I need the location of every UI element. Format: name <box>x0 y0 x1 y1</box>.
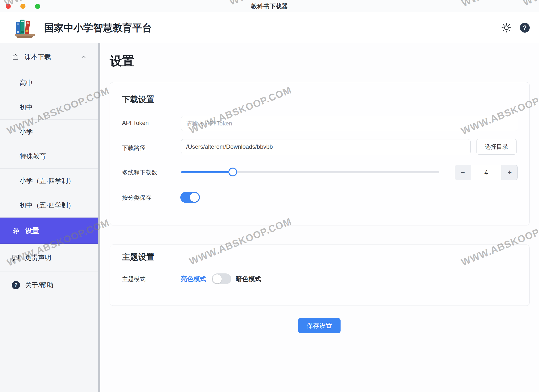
sidebar-subitems: 高中初中小学特殊教育小学（五·四学制）初中（五·四学制） <box>0 71 98 218</box>
save-by-category-toggle[interactable] <box>180 192 200 203</box>
download-path-label: 下载路径 <box>122 144 146 152</box>
page-title: 设置 <box>110 53 134 69</box>
sidebar-item-settings[interactable]: 设置 <box>0 218 98 244</box>
sidebar-subitem-3[interactable]: 特殊教育 <box>0 144 98 169</box>
threads-slider-thumb[interactable] <box>228 168 237 176</box>
sidebar-about-label: 关于/帮助 <box>25 281 53 290</box>
threads-slider-fill <box>181 171 233 173</box>
sidebar-subitem-5[interactable]: 初中（五·四学制） <box>0 193 98 218</box>
sidebar-item-about[interactable]: ? 关于/帮助 <box>0 271 98 299</box>
sidebar-group-textbook-download[interactable]: 课本下载 <box>0 43 98 71</box>
books-logo-icon <box>15 18 37 38</box>
api-token-input[interactable] <box>181 116 517 131</box>
api-token-label: API Token <box>122 120 149 126</box>
app-header: 国家中小学智慧教育平台 ? <box>0 12 539 43</box>
question-circle-icon: ? <box>12 281 20 289</box>
threads-slider[interactable] <box>181 171 439 173</box>
window-title: 教科书下载器 <box>0 0 539 12</box>
light-mode-label[interactable]: 亮色模式 <box>181 275 206 283</box>
sidebar-subitem-2[interactable]: 小学 <box>0 120 98 144</box>
sidebar-subitem-4[interactable]: 小学（五·四学制） <box>0 169 98 193</box>
threads-decrement-button[interactable]: − <box>455 165 471 180</box>
download-settings-card: 下载设置 API Token 下载路径 选择目录 多线程下载数 − 4 + 按分… <box>110 82 530 225</box>
sun-icon <box>501 22 512 33</box>
threads-stepper: − 4 + <box>455 165 518 180</box>
threads-increment-button[interactable]: + <box>502 165 517 180</box>
sidebar-splitter-scrollbar[interactable] <box>98 43 100 392</box>
sidebar-group-label: 课本下载 <box>24 52 51 61</box>
theme-mode-toggle[interactable] <box>212 273 231 284</box>
download-card-title: 下载设置 <box>122 94 154 105</box>
dark-mode-label: 暗色模式 <box>236 275 261 283</box>
theme-mode-label: 主题模式 <box>122 275 146 283</box>
threads-label: 多线程下载数 <box>122 169 157 176</box>
choose-directory-button[interactable]: 选择目录 <box>476 139 517 155</box>
app-window: 教科书下载器 国家中小学智慧教育平台 <box>0 0 539 392</box>
theme-card-title: 主题设置 <box>122 252 154 263</box>
gear-icon <box>12 227 20 235</box>
sidebar-subitem-0[interactable]: 高中 <box>0 71 98 95</box>
sidebar-settings-label: 设置 <box>25 226 39 235</box>
sidebar-disclaimer-label: 免责声明 <box>25 253 51 262</box>
app-title: 国家中小学智慧教育平台 <box>44 12 152 43</box>
help-icon[interactable]: ? <box>520 23 530 33</box>
chevron-up-icon <box>80 54 87 60</box>
sidebar-item-disclaimer[interactable]: 免责声明 <box>0 244 98 271</box>
threads-value: 4 <box>471 165 502 180</box>
save-settings-button[interactable]: 保存设置 <box>298 318 341 333</box>
chat-bubble-icon <box>12 254 20 262</box>
toggle-knob <box>213 274 222 283</box>
download-path-input[interactable] <box>181 139 471 154</box>
sidebar: 课本下载 高中初中小学特殊教育小学（五·四学制）初中（五·四学制） 设置 免责声… <box>0 43 98 392</box>
theme-toggle-button[interactable] <box>501 22 512 33</box>
main-content: 设置 下载设置 API Token 下载路径 选择目录 多线程下载数 − 4 +… <box>100 43 539 392</box>
sidebar-subitem-1[interactable]: 初中 <box>0 95 98 120</box>
home-icon <box>12 53 19 61</box>
window-titlebar: 教科书下载器 <box>0 0 539 12</box>
toggle-knob <box>190 193 199 202</box>
save-by-category-label: 按分类保存 <box>122 194 151 202</box>
theme-settings-card: 主题设置 主题模式 亮色模式 暗色模式 <box>110 245 530 306</box>
